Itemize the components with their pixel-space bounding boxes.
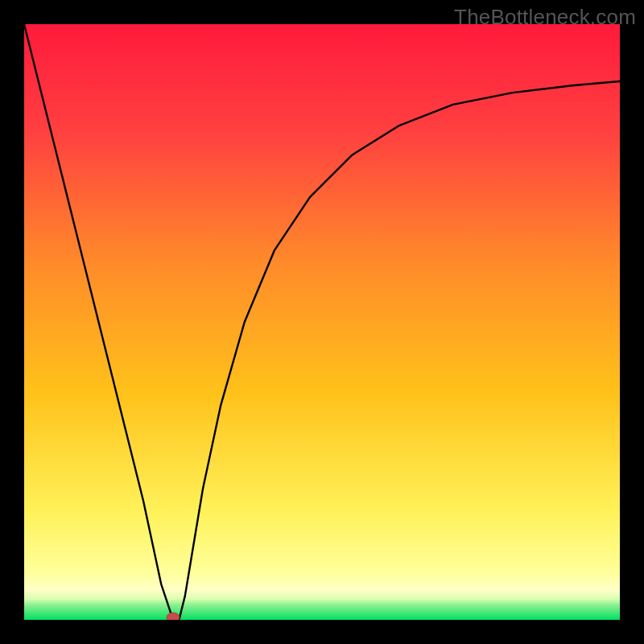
gradient-background [24, 24, 620, 620]
chart-svg [24, 24, 620, 620]
watermark-text: TheBottleneck.com [454, 5, 636, 30]
optimum-marker [167, 613, 180, 620]
chart-frame [24, 24, 620, 620]
